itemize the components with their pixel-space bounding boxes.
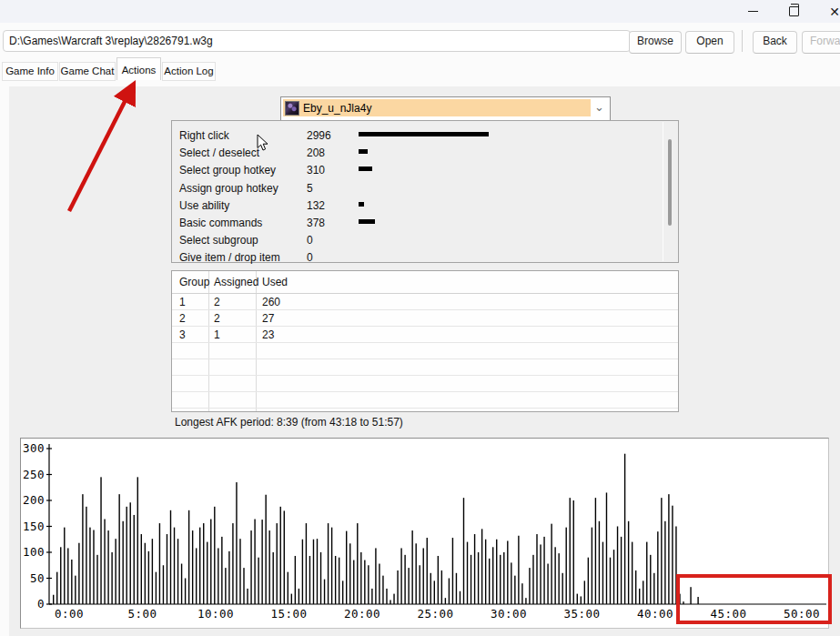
forward-button[interactable]: Forward xyxy=(802,31,840,54)
svg-text:15:00: 15:00 xyxy=(270,607,307,621)
grid-line xyxy=(172,408,678,409)
svg-text:0: 0 xyxy=(37,597,45,611)
action-stat-bar xyxy=(359,167,372,171)
toolbar-separator xyxy=(742,30,743,52)
action-stat-count: 0 xyxy=(307,251,313,264)
action-stat-label: Select / deselect xyxy=(179,146,259,159)
action-stat-count: 310 xyxy=(307,164,325,177)
svg-text:0:00: 0:00 xyxy=(55,607,84,621)
grid-line xyxy=(172,391,678,392)
action-stat-row: Basic commands378 xyxy=(172,214,678,231)
toolbar: Browse Open Back Forward xyxy=(0,23,840,56)
table-cell: 2 xyxy=(214,296,220,308)
table-cell: 27 xyxy=(262,312,274,325)
svg-text:30:00: 30:00 xyxy=(491,607,527,621)
grid-line xyxy=(172,358,678,359)
action-stat-row: Give item / drop item0 xyxy=(172,248,678,266)
action-stat-count: 5 xyxy=(307,182,313,195)
column-header[interactable]: Group xyxy=(179,276,209,288)
svg-text:150: 150 xyxy=(23,520,45,533)
afk-period-text: Longest AFK period: 8:39 (from 43:18 to … xyxy=(175,416,403,429)
svg-text:20:00: 20:00 xyxy=(344,607,380,621)
svg-text:40:00: 40:00 xyxy=(637,607,673,621)
grid-line xyxy=(172,342,678,343)
action-stat-row: Use ability132 xyxy=(172,197,678,214)
table-cell: 1 xyxy=(179,296,186,308)
column-header[interactable]: Used xyxy=(262,276,288,288)
action-stat-row: Select group hotkey310 xyxy=(172,161,678,178)
action-stats-panel: Right click2996Select / deselect208Selec… xyxy=(171,120,679,263)
action-stat-label: Assign group hotkey xyxy=(179,182,278,195)
table-cell: 23 xyxy=(262,328,274,341)
svg-text:50: 50 xyxy=(30,571,45,585)
tab-action-log[interactable]: Action Log xyxy=(162,62,216,81)
table-cell: 260 xyxy=(262,296,280,308)
restore-icon xyxy=(789,6,799,16)
minimize-icon xyxy=(748,11,758,12)
open-button[interactable]: Open xyxy=(685,31,734,54)
scrollbar-thumb[interactable] xyxy=(668,139,672,226)
action-stat-label: Basic commands xyxy=(179,217,262,229)
action-stat-bar xyxy=(359,149,368,154)
player-select-selection: Eby_u_nJla4y xyxy=(283,99,591,116)
restore-button[interactable] xyxy=(775,0,812,23)
header-underline xyxy=(172,293,678,294)
grid-line xyxy=(172,375,678,376)
back-button[interactable]: Back xyxy=(753,31,797,54)
action-stat-count: 378 xyxy=(307,217,325,229)
grid-line xyxy=(172,309,678,310)
table-cell: 1 xyxy=(214,328,220,341)
annotation-arrow xyxy=(50,73,150,223)
table-cell: 3 xyxy=(179,328,186,341)
action-stat-row: Select subgroup0 xyxy=(172,231,678,248)
action-stat-label: Select group hotkey xyxy=(179,164,276,177)
chevron-down-icon: ⌄ xyxy=(594,100,604,114)
svg-text:200: 200 xyxy=(23,493,45,507)
svg-text:100: 100 xyxy=(23,545,45,559)
action-stat-label: Select subgroup xyxy=(179,234,258,247)
close-button[interactable]: ✕ xyxy=(816,0,840,23)
action-stat-row: Assign group hotkey5 xyxy=(172,179,678,197)
svg-text:250: 250 xyxy=(23,468,45,481)
close-icon: ✕ xyxy=(829,5,840,18)
svg-text:10:00: 10:00 xyxy=(197,607,234,621)
action-stat-label: Use ability xyxy=(179,199,229,212)
title-bar: ✕ xyxy=(0,0,840,23)
player-portrait-icon xyxy=(285,101,299,116)
scrollbar-gutter xyxy=(663,122,663,261)
annotation-highlight-rect xyxy=(676,574,832,624)
action-stat-count: 2996 xyxy=(307,129,331,142)
action-stat-count: 208 xyxy=(307,146,325,159)
action-stat-bar xyxy=(359,219,375,224)
action-stat-label: Give item / drop item xyxy=(179,251,280,264)
table-cell: 2 xyxy=(179,312,186,325)
svg-text:5:00: 5:00 xyxy=(127,607,157,621)
svg-text:25:00: 25:00 xyxy=(417,607,453,621)
mouse-cursor xyxy=(257,134,269,152)
control-groups-table: GroupAssignedUsed1226022273123 xyxy=(171,270,679,412)
action-stat-count: 132 xyxy=(307,199,325,212)
grid-line xyxy=(172,326,678,327)
minimize-button[interactable] xyxy=(734,0,771,23)
svg-text:300: 300 xyxy=(23,441,45,455)
action-stat-bar xyxy=(359,202,364,207)
action-stat-count: 0 xyxy=(307,234,313,247)
action-stat-row: Right click2996 xyxy=(172,126,678,144)
action-stat-bar xyxy=(359,132,489,136)
svg-text:35:00: 35:00 xyxy=(563,607,600,621)
replay-path-input[interactable] xyxy=(3,30,631,52)
column-header[interactable]: Assigned xyxy=(214,276,258,288)
action-stat-row: Select / deselect208 xyxy=(172,144,678,161)
player-name: Eby_u_nJla4y xyxy=(303,102,371,115)
action-stat-label: Right click xyxy=(179,129,229,142)
table-cell: 2 xyxy=(214,312,220,325)
player-select[interactable]: Eby_u_nJla4y ⌄ xyxy=(280,96,611,121)
browse-button[interactable]: Browse xyxy=(629,31,682,54)
